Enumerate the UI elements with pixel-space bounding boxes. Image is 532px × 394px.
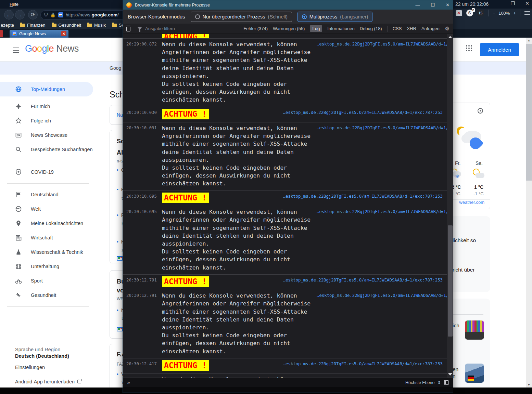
bookmark-folder[interactable]: Musik bbox=[87, 23, 106, 28]
page-scrollbar[interactable]: ▲ ▼ bbox=[526, 38, 532, 388]
source-link[interactable]: …esktop_ms.de.22Bgj2DTgFI.es5.O/am=IL7JW… bbox=[317, 376, 453, 378]
zoom-level[interactable]: 100% bbox=[498, 11, 510, 16]
sidebar-item-lokalnachrichten[interactable]: Meine Lokalnachrichten bbox=[0, 216, 93, 231]
source-link[interactable]: …esktop_ms.de.22Bgj2DTgFI.es5.O/am=IL7JW… bbox=[317, 292, 453, 355]
sidebar-item-wissenschaft-technik[interactable]: Wissenschaft & Technik bbox=[0, 245, 93, 259]
url-bar[interactable]: ⛉ 🔒 https://news.google.com/ bbox=[40, 10, 133, 19]
sidebar-item-welt[interactable]: Welt bbox=[0, 202, 93, 216]
source-link[interactable]: …esktop_ms.de.22Bgj2DTgFI.es5.O/am=IL7JW… bbox=[283, 193, 443, 203]
restore-icon[interactable]: ❐ bbox=[511, 1, 515, 6]
filter-errors[interactable]: Fehler (374) bbox=[243, 26, 268, 31]
back-icon[interactable]: ← bbox=[4, 10, 14, 19]
sidebar-item-folge-ich[interactable]: Folge ich bbox=[0, 114, 93, 128]
minimize-icon[interactable]: — bbox=[415, 2, 420, 8]
close-icon[interactable]: ✕ bbox=[525, 1, 529, 6]
sidebar-item-wirtschaft[interactable]: Wirtschaft bbox=[0, 231, 93, 245]
sidebar-item-news-showcase[interactable]: News Showcase bbox=[0, 128, 93, 142]
console-titlebar[interactable]: Browser-Konsole für mehrere Prozesse — ☐… bbox=[123, 0, 453, 10]
log-row-warning[interactable]: 20:30:12.791 ACHTUNG ! …esktop_ms.de.22B… bbox=[123, 274, 453, 290]
log-row-warning[interactable]: 20:30:12.417 ACHTUNG ! …esktop_ms.de.22B… bbox=[123, 358, 453, 373]
scroll-up-icon[interactable]: ▲ bbox=[526, 38, 532, 43]
sidebar-item-gesundheit[interactable]: Gesundheit bbox=[0, 288, 93, 302]
sidebar-item-top-meldungen[interactable]: Top-Meldungen bbox=[0, 82, 93, 96]
filter-log[interactable]: Log bbox=[310, 25, 322, 32]
filter-xhr[interactable]: XHR bbox=[407, 26, 416, 31]
sidebar-item-fuer-mich[interactable]: Für mich bbox=[0, 99, 93, 114]
ublock-icon[interactable]: 15 bbox=[477, 10, 484, 16]
source-link[interactable]: …esktop_ms.de.22Bgj2DTgFI.es5.O/am=IL7JW… bbox=[317, 208, 453, 272]
radio-parent-process[interactable]: Nur übergeordneter Prozess (Schnell) bbox=[191, 12, 292, 22]
ghostery-icon[interactable]: S2 bbox=[466, 10, 473, 16]
log-row-warning[interactable]: 20:30:10.030 ACHTUNG ! …esktop_ms.de.22B… bbox=[123, 107, 453, 122]
tab-google-news[interactable]: Google News ✕ bbox=[10, 30, 68, 38]
source-link[interactable]: …esktop_ms.de.22Bgj2DTgFI.es5.O/am=IL7JW… bbox=[283, 360, 443, 371]
signin-button[interactable]: Anmelden bbox=[480, 43, 519, 56]
input-prompt[interactable]: » bbox=[127, 380, 130, 386]
source-link[interactable]: …esktop_ms.de.22Bgj2DTgFI.es5.O/am=IL7JW… bbox=[317, 40, 453, 104]
language-value[interactable]: Deutsch (Deutschland) bbox=[15, 353, 69, 359]
log-row-message[interactable]: 20:30:12.417 Wenn du diese Konsole verwe… bbox=[123, 373, 453, 378]
radio-multiprocess[interactable]: Multiprozess (Langsamer) bbox=[297, 12, 373, 22]
tracking-shield-icon[interactable]: ⛉ bbox=[44, 12, 48, 18]
context-selector[interactable]: Höchste Ebene bbox=[405, 380, 434, 385]
sidebar-item-android-app[interactable]: Android-App herunterladen bbox=[15, 379, 81, 384]
filter-css[interactable]: CSS bbox=[393, 26, 402, 31]
scrollbar-thumb[interactable] bbox=[526, 44, 532, 181]
scroll-up-icon[interactable] bbox=[448, 36, 452, 38]
filter-requests[interactable]: Anfragen bbox=[421, 26, 440, 31]
sidebar-item-einstellungen[interactable]: Einstellungen bbox=[15, 365, 45, 370]
zoom-in-button[interactable]: + bbox=[513, 11, 516, 16]
log-row-message[interactable]: 20:29:00.872 Wenn du diese Konsole verwe… bbox=[123, 38, 453, 107]
sidebar-item-sport[interactable]: Sport bbox=[0, 274, 93, 288]
forward-icon[interactable]: → bbox=[15, 10, 25, 19]
weather-source-link[interactable]: weather.com bbox=[459, 200, 484, 205]
source-link[interactable]: …esktop_ms.de.22Bgj2DTgFI.es5.O/am=IL7JW… bbox=[317, 124, 453, 188]
sidebar-item-deutschland[interactable]: Deutschland bbox=[0, 187, 93, 202]
source-link[interactable]: …esktop_ms.de.22Bgj2DTgFI.es5.O/am=IL7JW… bbox=[283, 109, 443, 119]
google-news-logo[interactable]: GoogleNews bbox=[25, 43, 79, 54]
scroll-down-icon[interactable]: ▼ bbox=[526, 382, 532, 388]
article-thumbnail[interactable] bbox=[465, 320, 484, 340]
filter-info[interactable]: Informationen bbox=[327, 26, 355, 31]
headline-fragment[interactable]: ich bbox=[453, 323, 459, 329]
sidebar-item-gespeicherte-suchanfragen[interactable]: Gespeicherte Suchanfragen bbox=[0, 142, 93, 157]
filter-warnings[interactable]: Warnungen (55) bbox=[273, 26, 305, 31]
scroll-down-icon[interactable] bbox=[448, 373, 452, 376]
log-row-warning[interactable]: ACHTUNG ! bbox=[123, 34, 453, 38]
log-row-message[interactable]: 20:30:10.695 Wenn du diese Konsole verwe… bbox=[123, 206, 453, 274]
minimize-icon[interactable]: — bbox=[496, 1, 501, 6]
reload-icon[interactable]: ⟳ bbox=[28, 10, 38, 19]
headline-fragment[interactable]: richt über bbox=[453, 267, 475, 273]
headline-fragment[interactable]: en bbox=[453, 366, 458, 372]
headline-fragment[interactable]: lichkeit so bbox=[453, 237, 476, 244]
log-row-warning[interactable]: 20:30:10.695 ACHTUNG ! …esktop_ms.de.22B… bbox=[123, 191, 453, 206]
console-scrollbar[interactable] bbox=[447, 34, 453, 378]
card-link-fragment[interactable]: Na bbox=[117, 112, 123, 118]
extension-x-icon[interactable]: ✕ bbox=[456, 10, 462, 16]
clear-console-icon[interactable] bbox=[126, 27, 130, 31]
filter-input[interactable]: Ausgabe filtern bbox=[145, 26, 175, 31]
zoom-out-button[interactable]: − bbox=[493, 11, 495, 16]
gear-icon[interactable]: ⚙ bbox=[445, 25, 449, 32]
menu-help[interactable]: HHilfeilfe bbox=[6, 2, 22, 7]
log-row-message[interactable]: 20:30:10.031 Wenn du diese Konsole verwe… bbox=[123, 122, 453, 191]
apps-grid-icon[interactable] bbox=[466, 45, 473, 52]
filter-debug[interactable]: Debug (18) bbox=[360, 26, 382, 31]
scrollbar-thumb[interactable] bbox=[448, 225, 453, 337]
source-link[interactable]: …esktop_ms.de.22Bgj2DTgFI.es5.O/am=IL7JW… bbox=[283, 276, 443, 287]
split-pane-icon[interactable] bbox=[444, 380, 449, 385]
hamburger-icon[interactable] bbox=[11, 46, 21, 54]
tab-close-icon[interactable]: ✕ bbox=[61, 31, 66, 36]
bookmark-folder[interactable]: Finanzen bbox=[20, 23, 45, 28]
console-log[interactable]: ACHTUNG ! 20:29:00.872 Wenn du diese Kon… bbox=[123, 34, 453, 378]
sidebar-item-covid-19[interactable]: COVID-19 bbox=[0, 165, 93, 179]
bookmark-folder[interactable]: Gesundheit bbox=[52, 23, 81, 28]
article-thumbnail[interactable] bbox=[465, 364, 484, 383]
partial-tab-close[interactable] bbox=[0, 30, 3, 37]
menu-icon[interactable] bbox=[524, 11, 530, 15]
sidebar-item-unterhaltung[interactable]: Unterhaltung bbox=[0, 259, 93, 274]
maximize-icon[interactable]: ☐ bbox=[431, 2, 435, 8]
location-icon[interactable] bbox=[478, 108, 483, 114]
log-row-message[interactable]: 20:30:12.791 Wenn du diese Konsole verwe… bbox=[123, 290, 453, 358]
close-icon[interactable]: ✕ bbox=[446, 2, 449, 8]
